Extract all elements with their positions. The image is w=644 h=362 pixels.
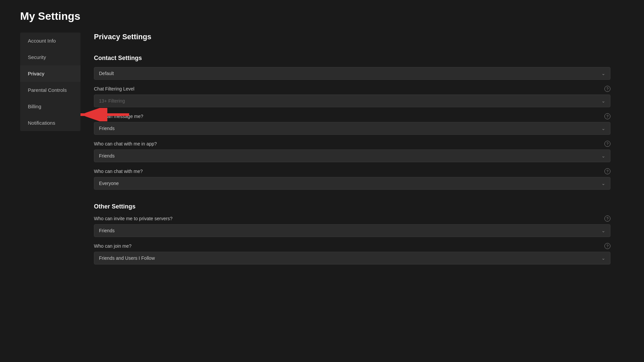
sidebar-item-security[interactable]: Security	[20, 49, 80, 65]
who-join-dropdown[interactable]: Friends and Users I Follow ⌄	[94, 252, 610, 264]
contact-settings-row: Default ⌄	[94, 67, 610, 80]
who-invite-label: Who can invite me to private servers?	[94, 216, 172, 221]
who-chat-app-dropdown[interactable]: Friends ⌄	[94, 149, 610, 162]
who-join-arrow-icon: ⌄	[601, 255, 605, 261]
who-join-label-row: Who can join me? ?	[94, 243, 610, 249]
contact-settings-arrow-icon: ⌄	[601, 71, 605, 76]
who-message-value: Friends	[99, 126, 115, 131]
who-chat-dropdown-wrapper: Everyone ⌄	[94, 177, 610, 190]
who-invite-help-icon[interactable]: ?	[604, 216, 610, 222]
who-message-dropdown-wrapper: Friends ⌄	[94, 122, 610, 135]
who-message-arrow-icon: ⌄	[601, 126, 605, 131]
who-message-dropdown[interactable]: Friends ⌄	[94, 122, 610, 135]
who-chat-app-label: Who can chat with me in app?	[94, 141, 157, 146]
content-layout: Account Info Security Privacy Parental C…	[20, 33, 624, 270]
other-settings-title: Other Settings	[94, 203, 610, 210]
chat-filtering-help-icon[interactable]: ?	[604, 86, 610, 92]
who-join-label: Who can join me?	[94, 243, 131, 249]
chat-filtering-value: 13+ Filtering	[99, 98, 125, 104]
chat-filtering-dropdown[interactable]: 13+ Filtering ⌄	[94, 95, 610, 107]
who-chat-app-value: Friends	[99, 153, 115, 159]
who-chat-app-label-row: Who can chat with me in app? ?	[94, 141, 610, 147]
sidebar-item-parental-controls[interactable]: Parental Controls	[20, 82, 80, 98]
who-message-label: Who can message me?	[94, 114, 143, 119]
who-chat-app-row: Who can chat with me in app? ? Friends ⌄	[94, 141, 610, 162]
sidebar-item-billing[interactable]: Billing	[20, 98, 80, 115]
who-chat-value: Everyone	[99, 181, 119, 186]
who-chat-help-icon[interactable]: ?	[604, 168, 610, 174]
who-invite-dropdown[interactable]: Friends ⌄	[94, 224, 610, 237]
page-container: My Settings Account Info Security Privac…	[0, 0, 644, 281]
sidebar-item-notifications[interactable]: Notifications	[20, 115, 80, 131]
privacy-settings-title: Privacy Settings	[94, 33, 610, 41]
chat-filtering-arrow-icon: ⌄	[601, 98, 605, 104]
who-invite-row: Who can invite me to private servers? ? …	[94, 216, 610, 237]
main-content: Privacy Settings Contact Settings Defaul…	[80, 33, 624, 270]
contact-settings-title: Contact Settings	[94, 55, 610, 62]
sidebar-item-account-info[interactable]: Account Info	[20, 33, 80, 49]
who-message-label-row: Who can message me? ?	[94, 113, 610, 119]
who-chat-dropdown[interactable]: Everyone ⌄	[94, 177, 610, 190]
who-chat-arrow-icon: ⌄	[601, 181, 605, 186]
contact-settings-value: Default	[99, 71, 114, 76]
who-chat-label-row: Who can chat with me? ?	[94, 168, 610, 174]
who-join-help-icon[interactable]: ?	[604, 243, 610, 249]
who-join-value: Friends and Users I Follow	[99, 255, 155, 261]
who-message-help-icon[interactable]: ?	[604, 113, 610, 119]
who-chat-label: Who can chat with me?	[94, 169, 143, 174]
sidebar-item-privacy[interactable]: Privacy	[20, 65, 80, 82]
who-invite-dropdown-wrapper: Friends ⌄	[94, 224, 610, 237]
who-join-row: Who can join me? ? Friends and Users I F…	[94, 243, 610, 264]
who-chat-app-dropdown-wrapper: Friends ⌄	[94, 149, 610, 162]
page-title: My Settings	[20, 10, 624, 22]
who-invite-label-row: Who can invite me to private servers? ?	[94, 216, 610, 222]
who-chat-app-arrow-icon: ⌄	[601, 153, 605, 159]
contact-settings-dropdown[interactable]: Default ⌄	[94, 67, 610, 80]
sidebar: Account Info Security Privacy Parental C…	[20, 33, 80, 131]
chat-filtering-row: Chat Filtering Level ? 13+ Filtering ⌄	[94, 86, 610, 107]
chat-filtering-dropdown-wrapper: 13+ Filtering ⌄	[94, 95, 610, 107]
who-join-dropdown-wrapper: Friends and Users I Follow ⌄	[94, 252, 610, 264]
sidebar-wrapper: Account Info Security Privacy Parental C…	[20, 33, 80, 270]
default-dropdown-wrapper: Default ⌄	[94, 67, 610, 80]
chat-filtering-label-row: Chat Filtering Level ?	[94, 86, 610, 92]
who-invite-value: Friends	[99, 228, 115, 233]
who-chat-row: Who can chat with me? ? Everyone ⌄	[94, 168, 610, 190]
who-invite-arrow-icon: ⌄	[601, 228, 605, 233]
chat-filtering-label: Chat Filtering Level	[94, 86, 135, 92]
who-chat-app-help-icon[interactable]: ?	[604, 141, 610, 147]
who-message-row: Who can message me? ? Friends ⌄	[94, 113, 610, 135]
